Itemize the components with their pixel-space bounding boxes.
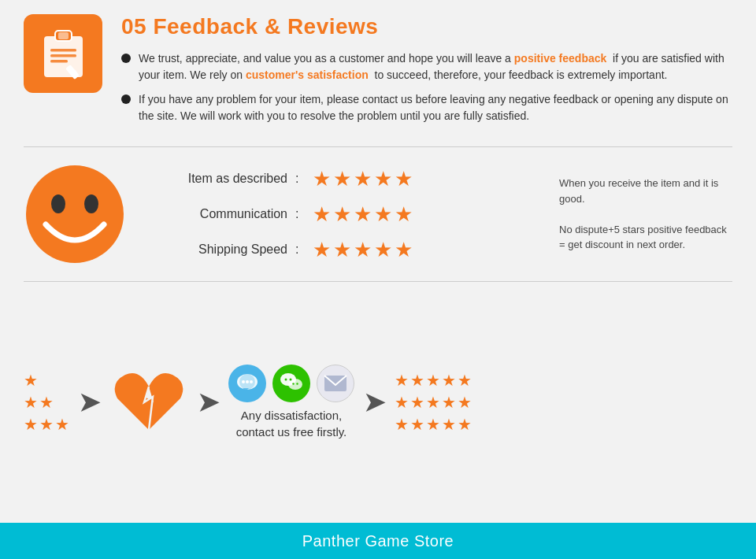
stars-communication: ★ ★ ★ ★ ★ [313,202,413,227]
rating-row-shipping: Shipping Speed : ★ ★ ★ ★ ★ [150,238,528,262]
svg-rect-6 [50,60,68,63]
colon-2: : [295,207,305,221]
svg-point-20 [290,379,292,381]
star-row-3: ★ ★ ★ [24,415,69,434]
bullet-list: We trust, appreciate, and value you as a… [121,50,732,124]
star-3: ★ [354,167,372,191]
star-9: ★ [374,202,392,227]
feedback-icon-box [24,14,102,93]
svg-point-15 [246,380,249,383]
colon-1: : [295,172,305,186]
star-r-10: ★ [458,393,472,412]
star-15: ★ [395,238,413,262]
star-row-right-2: ★ ★ ★ ★ ★ [395,393,497,412]
email-icon [317,365,354,402]
footer-text: Panther Game Store [302,532,454,550]
star-sm-3: ★ [39,393,54,412]
rating-desc-line1: When you receive the item and it is good… [559,177,718,205]
star-r-12: ★ [410,415,424,434]
page-title: 05 Feedback & Reviews [121,14,732,39]
star-11: ★ [313,238,331,262]
star-row-right-3: ★ ★ ★ ★ ★ [395,415,497,434]
svg-rect-5 [50,54,76,57]
star-7: ★ [333,202,351,227]
star-row-right-1: ★ ★ ★ ★ ★ [395,371,497,390]
colon-3: : [295,242,305,257]
rating-desc-line2: No dispute+5 stars positive feedback = g… [559,224,727,251]
bullet-text-1: We trust, appreciate, and value you as a… [139,50,732,83]
bullet-item-1: We trust, appreciate, and value you as a… [121,50,732,83]
wechat-svg [278,370,305,397]
section-process: ★ ★ ★ ★ ★ ★ ➤ ➤ [0,282,756,523]
highlight-positive-feedback: positive feedback [514,52,607,65]
footer: Panther Game Store [0,523,756,559]
star-sm-1: ★ [24,371,38,390]
svg-point-19 [285,379,287,381]
stars-described: ★ ★ ★ ★ ★ [313,167,413,191]
broken-heart-icon [109,367,188,438]
star-13: ★ [354,238,372,262]
rating-rows: Item as described : ★ ★ ★ ★ ★ Communicat… [150,167,528,262]
bullet-text-2: If you have any problem for your item, p… [139,91,732,124]
stars-left-column: ★ ★ ★ ★ ★ ★ [24,371,69,434]
star-sm-5: ★ [39,415,54,434]
rating-label-communication: Communication [150,207,287,221]
star-r-1: ★ [395,371,409,390]
svg-rect-4 [50,49,76,52]
star-4: ★ [374,167,392,191]
bullet-item-2: If you have any problem for your item, p… [121,91,732,124]
arrow-2: ➤ [198,387,219,417]
star-r-4: ★ [442,371,456,390]
stars-right-column: ★ ★ ★ ★ ★ ★ ★ ★ ★ ★ ★ ★ ★ ★ ★ [395,371,497,434]
rating-row-described: Item as described : ★ ★ ★ ★ ★ [150,167,528,191]
wechat-icon [272,365,310,402]
star-r-2: ★ [410,371,424,390]
star-sm-4: ★ [24,415,38,434]
svg-point-22 [296,383,298,384]
svg-point-21 [292,383,294,384]
star-row-1: ★ [24,371,69,390]
section-header: 05 Feedback & Reviews We trust, apprecia… [0,0,756,146]
svg-point-14 [242,380,245,383]
svg-point-16 [250,380,253,383]
rating-label-shipping: Shipping Speed [150,242,287,257]
rating-label-described: Item as described [150,172,287,186]
chat-icon [228,365,266,402]
star-r-11: ★ [395,415,409,434]
star-12: ★ [333,238,351,262]
clipboard-icon [38,28,89,80]
contact-section: Any dissatisfaction,contact us free firs… [228,365,354,440]
section-rating: Item as described : ★ ★ ★ ★ ★ Communicat… [0,147,756,281]
star-sm-6: ★ [55,415,69,434]
star-r-14: ★ [442,415,456,434]
svg-rect-3 [58,32,69,39]
star-r-13: ★ [426,415,440,434]
stars-shipping: ★ ★ ★ ★ ★ [313,238,413,262]
highlight-customer-satisfaction: customer's satisfaction [246,68,369,81]
star-2: ★ [333,167,351,191]
email-svg [323,372,348,394]
svg-point-11 [84,194,98,213]
star-1: ★ [313,167,331,191]
star-r-5: ★ [458,371,472,390]
star-r-6: ★ [395,393,409,412]
contact-text: Any dissatisfaction,contact us free firs… [236,407,347,440]
star-r-15: ★ [458,415,472,434]
smiley-face-icon [24,163,126,265]
star-8: ★ [354,202,372,227]
star-r-7: ★ [410,393,424,412]
star-14: ★ [374,238,392,262]
bullet-dot-2 [121,94,131,104]
rating-row-communication: Communication : ★ ★ ★ ★ ★ [150,202,528,227]
main-container: 05 Feedback & Reviews We trust, apprecia… [0,0,756,559]
star-6: ★ [313,202,331,227]
rating-description: When you receive the item and it is good… [559,176,732,253]
star-r-3: ★ [426,371,440,390]
arrow-3: ➤ [364,387,385,417]
star-r-9: ★ [442,393,456,412]
svg-point-9 [26,165,124,263]
svg-point-10 [51,194,65,213]
chat-bubble-svg [235,371,260,396]
star-5: ★ [395,167,413,191]
star-r-8: ★ [426,393,440,412]
